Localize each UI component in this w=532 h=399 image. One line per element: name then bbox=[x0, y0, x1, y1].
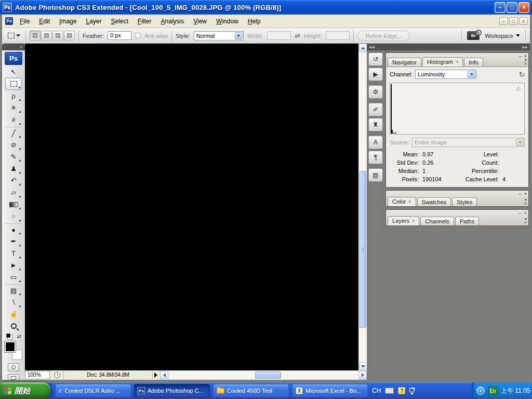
screen-mode-button[interactable] bbox=[8, 374, 19, 380]
tray-language-badge[interactable]: En bbox=[488, 387, 497, 395]
cached-data-warning-icon[interactable]: ⚠ bbox=[515, 85, 521, 92]
tool-preset-picker[interactable] bbox=[6, 32, 22, 39]
panel-minimize-icon[interactable]: – bbox=[519, 54, 522, 59]
notes-tool[interactable]: ▤ bbox=[5, 284, 22, 296]
scroll-right-button[interactable] bbox=[358, 371, 367, 379]
menu-help[interactable]: Help bbox=[243, 16, 265, 27]
refresh-histogram-icon[interactable]: ↻ bbox=[519, 71, 525, 78]
doc-minimize-button[interactable]: – bbox=[499, 17, 508, 25]
tab-paths[interactable]: Paths bbox=[455, 217, 479, 225]
rectangular-marquee-tool[interactable] bbox=[5, 78, 22, 90]
blur-tool[interactable]: ○ bbox=[5, 210, 22, 222]
paragraph-panel-button[interactable]: ¶ bbox=[368, 151, 383, 164]
character-panel-button[interactable]: A bbox=[368, 136, 383, 149]
channel-select[interactable]: Luminosity bbox=[415, 70, 476, 79]
crop-tool[interactable]: # bbox=[5, 114, 22, 126]
language-bar-options[interactable] bbox=[409, 387, 414, 395]
language-indicator[interactable]: CH bbox=[372, 387, 381, 394]
taskbar-item-ie[interactable]: e Cooled DSLR Astro ... bbox=[55, 384, 131, 397]
menu-analysis[interactable]: Analysis bbox=[156, 16, 189, 27]
menu-filter[interactable]: Filter bbox=[133, 16, 156, 27]
image-canvas[interactable] bbox=[25, 44, 358, 370]
hand-tool[interactable]: ☝ bbox=[5, 308, 22, 320]
eraser-tool[interactable]: ▱ bbox=[5, 187, 22, 198]
doc-close-button[interactable]: × bbox=[519, 17, 528, 25]
panel-menu-icon[interactable]: ▾ ≡ bbox=[524, 58, 527, 65]
horizontal-scrollbar[interactable] bbox=[160, 371, 367, 379]
height-input[interactable] bbox=[326, 31, 350, 40]
width-input[interactable] bbox=[267, 31, 291, 40]
move-tool[interactable]: ↖ bbox=[5, 66, 22, 78]
close-tab-icon[interactable]: × bbox=[412, 217, 415, 225]
clone-source-panel-button[interactable]: ♜ bbox=[368, 118, 383, 131]
clone-stamp-tool[interactable]: ♟ bbox=[5, 163, 22, 175]
tab-channels[interactable]: Channels bbox=[420, 217, 454, 225]
menu-layer[interactable]: Layer bbox=[81, 16, 106, 27]
dropdown-arrow-icon[interactable] bbox=[235, 32, 243, 39]
panel-close-icon[interactable]: × bbox=[524, 191, 527, 196]
swap-dimensions-icon[interactable]: ⇄ bbox=[295, 32, 300, 39]
zoom-level-input[interactable]: 100% bbox=[25, 371, 50, 379]
dropdown-arrow-icon[interactable] bbox=[468, 71, 475, 78]
horizontal-scroll-thumb[interactable] bbox=[255, 371, 281, 379]
eyedropper-tool[interactable]: ∖ bbox=[5, 296, 22, 308]
brushes-panel-button[interactable]: ✐ bbox=[368, 103, 383, 116]
type-tool[interactable]: T bbox=[5, 247, 22, 259]
tab-navigator[interactable]: Navigator bbox=[388, 58, 421, 66]
spot-healing-brush-tool[interactable]: ⊘ bbox=[5, 139, 22, 151]
history-brush-tool[interactable]: ↶ bbox=[5, 175, 22, 187]
minimize-button[interactable]: – bbox=[495, 2, 506, 13]
menu-view[interactable]: View bbox=[189, 16, 211, 27]
new-selection-button[interactable] bbox=[30, 31, 41, 41]
taskbar-item-excel[interactable]: X Microsoft Excel - Bo... bbox=[292, 384, 368, 397]
path-selection-tool[interactable]: ► bbox=[5, 259, 22, 271]
scroll-up-button[interactable] bbox=[359, 44, 367, 52]
swap-colors-icon[interactable]: ⇄ bbox=[17, 334, 21, 339]
workspace-menu[interactable]: Workspace bbox=[485, 33, 520, 39]
actions-panel-button[interactable]: ▶ bbox=[368, 68, 383, 81]
brush-tool[interactable]: ✎ bbox=[5, 151, 22, 163]
anti-alias-checkbox[interactable] bbox=[135, 33, 141, 38]
dodge-tool[interactable]: ● bbox=[5, 223, 22, 235]
scroll-left-button[interactable] bbox=[160, 371, 168, 379]
tab-info[interactable]: Info bbox=[464, 58, 483, 66]
menu-window[interactable]: Window bbox=[211, 16, 243, 27]
zoom-tool[interactable] bbox=[5, 320, 22, 332]
tab-swatches[interactable]: Swatches bbox=[417, 197, 451, 206]
panel-close-icon[interactable]: × bbox=[524, 210, 527, 216]
panel-minimize-icon[interactable]: – bbox=[519, 191, 522, 196]
window-titlebar[interactable]: Ps Adobe Photoshop CS3 Extended - [Cool_… bbox=[0, 0, 532, 15]
quick-mask-button[interactable] bbox=[8, 363, 19, 371]
tool-presets-panel-button[interactable]: ⚙ bbox=[368, 85, 383, 99]
taskbar-item-folder[interactable]: Cooled 450D Test bbox=[213, 384, 289, 397]
menu-edit[interactable]: Edit bbox=[34, 16, 55, 27]
tab-color[interactable]: Color × bbox=[388, 197, 416, 206]
doc-restore-button[interactable]: □ bbox=[509, 17, 518, 25]
menu-image[interactable]: Image bbox=[55, 16, 81, 27]
menu-file[interactable]: File bbox=[15, 16, 34, 27]
default-colors-icon[interactable] bbox=[6, 334, 10, 338]
foreground-color-swatch[interactable] bbox=[5, 341, 16, 352]
style-select[interactable]: Normal bbox=[194, 31, 244, 41]
panel-menu-icon[interactable]: ▾ ≡ bbox=[524, 217, 527, 224]
pen-tool[interactable]: ✒ bbox=[5, 235, 22, 247]
toolbox-collapse-button[interactable]: » bbox=[2, 44, 25, 50]
keyboard-icon[interactable] bbox=[385, 388, 394, 394]
history-panel-button[interactable]: ↺ bbox=[368, 52, 383, 66]
help-icon[interactable]: ? bbox=[398, 387, 405, 394]
tray-chevron-icon[interactable]: ‹ bbox=[476, 387, 485, 395]
vertical-scrollbar[interactable] bbox=[358, 44, 367, 370]
tab-layers[interactable]: Layers × bbox=[388, 216, 419, 225]
close-button[interactable]: × bbox=[518, 2, 529, 13]
status-flyout-button[interactable] bbox=[153, 373, 159, 378]
dock-collapse-button[interactable]: ◀◀ bbox=[369, 45, 375, 49]
vertical-scroll-thumb[interactable] bbox=[360, 171, 366, 328]
rectangle-tool[interactable]: ▭ bbox=[5, 271, 22, 283]
bridge-icon[interactable]: Br bbox=[467, 31, 480, 40]
close-tab-icon[interactable]: × bbox=[456, 58, 458, 66]
slice-tool[interactable]: ╱ bbox=[5, 127, 22, 139]
layer-comps-panel-button[interactable]: ▤ bbox=[368, 168, 383, 182]
panel-minimize-icon[interactable]: – bbox=[519, 210, 522, 216]
close-tab-icon[interactable]: × bbox=[408, 198, 411, 206]
lasso-tool[interactable]: ρ bbox=[5, 90, 22, 102]
